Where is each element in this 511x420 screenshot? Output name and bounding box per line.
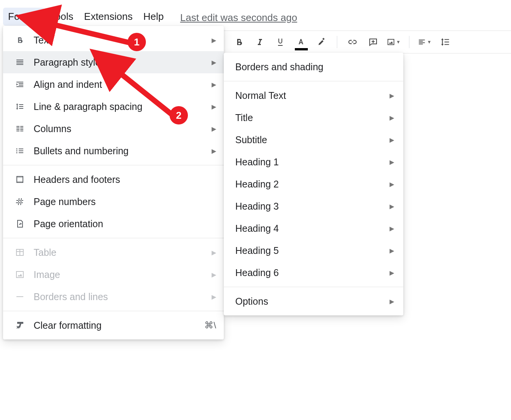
chevron-right-icon: ▶ — [212, 37, 216, 44]
insert-link-button[interactable] — [346, 35, 359, 49]
sub-item-label: Title — [235, 112, 390, 123]
toolbar: ▼ ▼ — [224, 31, 511, 53]
menu-item-label: Table — [34, 247, 204, 258]
menu-item-label: Line & paragraph spacing — [34, 101, 204, 112]
bold-icon — [14, 34, 26, 46]
menu-item-bullets-numbering[interactable]: Bullets and numbering ▶ — [3, 140, 224, 162]
menu-extensions[interactable]: Extensions — [79, 8, 137, 26]
sub-item-subtitle[interactable]: Subtitle ▶ — [224, 129, 403, 151]
highlight-button[interactable] — [315, 35, 328, 49]
menu-item-label: Page numbers — [34, 196, 216, 207]
sub-item-label: Options — [235, 296, 390, 307]
columns-icon — [14, 123, 26, 135]
chevron-right-icon: ▶ — [212, 293, 216, 300]
menu-item-label: Paragraph styles — [34, 57, 204, 68]
chevron-right-icon: ▶ — [390, 203, 394, 210]
menu-separator — [3, 238, 224, 238]
chevron-right-icon: ▶ — [212, 249, 216, 256]
menu-item-headers-footers[interactable]: Headers and footers — [3, 168, 224, 191]
line-spacing-button[interactable] — [438, 35, 452, 49]
sub-item-heading-1[interactable]: Heading 1 ▶ — [224, 151, 403, 173]
paragraph-icon — [14, 56, 26, 68]
menu-item-label: Headers and footers — [34, 174, 216, 185]
chevron-right-icon: ▶ — [390, 114, 394, 121]
menu-item-table: Table ▶ — [3, 241, 224, 263]
chevron-right-icon: ▶ — [390, 269, 394, 276]
underline-button[interactable] — [273, 35, 287, 49]
menu-item-line-spacing[interactable]: Line & paragraph spacing ▶ — [3, 95, 224, 118]
sub-item-heading-4[interactable]: Heading 4 ▶ — [224, 217, 403, 239]
text-color-button[interactable] — [294, 35, 308, 49]
sub-item-options[interactable]: Options ▶ — [224, 290, 403, 312]
image-icon — [14, 268, 26, 281]
sub-item-normal-text[interactable]: Normal Text ▶ — [224, 84, 403, 107]
bold-button[interactable] — [232, 35, 246, 49]
sub-item-label: Heading 5 — [235, 245, 390, 256]
italic-button[interactable] — [253, 35, 267, 49]
menu-separator — [3, 165, 224, 165]
menu-tools[interactable]: Tools — [45, 8, 78, 26]
sub-item-label: Heading 6 — [235, 267, 390, 278]
sub-item-label: Heading 2 — [235, 179, 390, 190]
insert-image-button[interactable]: ▼ — [387, 35, 401, 49]
menu-separator — [224, 287, 403, 287]
chevron-right-icon: ▶ — [390, 298, 394, 305]
clear-format-icon — [14, 319, 26, 331]
chevron-right-icon: ▶ — [212, 59, 216, 66]
paragraph-styles-submenu: Borders and shading Normal Text ▶ Title … — [224, 53, 403, 315]
menu-item-paragraph-styles[interactable]: Paragraph styles ▶ — [3, 51, 224, 73]
chevron-right-icon: ▶ — [212, 81, 216, 88]
sub-item-label: Heading 3 — [235, 201, 390, 212]
menu-item-columns[interactable]: Columns ▶ — [3, 118, 224, 140]
last-edit-link[interactable]: Last edit was seconds ago — [180, 10, 297, 24]
menu-item-page-orientation[interactable]: Page orientation — [3, 213, 224, 235]
menu-item-label: Columns — [34, 123, 204, 134]
menu-separator — [3, 311, 224, 311]
orientation-icon — [14, 218, 26, 230]
menu-item-page-numbers[interactable]: Page numbers — [3, 191, 224, 213]
menu-separator — [224, 81, 403, 81]
table-icon — [14, 246, 26, 258]
chevron-right-icon: ▶ — [390, 136, 394, 144]
menu-help[interactable]: Help — [138, 8, 168, 26]
sub-item-heading-2[interactable]: Heading 2 ▶ — [224, 173, 403, 195]
list-icon — [14, 145, 26, 157]
chevron-right-icon: ▶ — [390, 181, 394, 188]
line-icon — [14, 291, 26, 303]
shortcut-text: ⌘\ — [204, 320, 216, 331]
menu-format[interactable]: Format — [3, 8, 44, 26]
menubar: Format Tools Extensions Help Last edit w… — [3, 8, 297, 26]
sub-item-label: Borders and shading — [235, 61, 394, 73]
chevron-right-icon: ▶ — [212, 103, 216, 110]
chevron-right-icon: ▶ — [390, 92, 394, 99]
align-button[interactable]: ▼ — [418, 35, 432, 49]
chevron-right-icon: ▶ — [390, 225, 394, 232]
chevron-right-icon: ▶ — [212, 125, 216, 132]
menu-item-label: Align and indent — [34, 79, 204, 90]
menu-item-label: Borders and lines — [34, 291, 204, 302]
line-spacing-icon — [14, 100, 26, 113]
menu-item-label: Text — [34, 35, 204, 46]
add-comment-button[interactable] — [366, 35, 380, 49]
sub-item-borders-shading[interactable]: Borders and shading — [224, 56, 403, 78]
toolbar-separator — [337, 36, 337, 48]
menu-item-image: Image ▶ — [3, 263, 224, 286]
menu-item-align-indent[interactable]: Align and indent ▶ — [3, 73, 224, 95]
chevron-right-icon: ▶ — [212, 147, 216, 155]
menu-item-text[interactable]: Text ▶ — [3, 29, 224, 51]
toolbar-separator — [409, 36, 409, 48]
sub-item-heading-3[interactable]: Heading 3 ▶ — [224, 195, 403, 217]
menu-item-borders-lines: Borders and lines ▶ — [3, 286, 224, 308]
sub-item-heading-6[interactable]: Heading 6 ▶ — [224, 262, 403, 284]
chevron-right-icon: ▶ — [390, 158, 394, 166]
menu-item-label: Bullets and numbering — [34, 145, 204, 157]
sub-item-label: Heading 4 — [235, 223, 390, 234]
sub-item-label: Heading 1 — [235, 157, 390, 168]
menu-item-clear-formatting[interactable]: Clear formatting ⌘\ — [3, 314, 224, 336]
sub-item-title[interactable]: Title ▶ — [224, 107, 403, 129]
sub-item-heading-5[interactable]: Heading 5 ▶ — [224, 239, 403, 262]
format-dropdown: Text ▶ Paragraph styles ▶ Align and inde… — [3, 26, 224, 339]
indent-icon — [14, 78, 26, 90]
header-footer-icon — [14, 173, 26, 186]
menu-item-label: Image — [34, 269, 204, 280]
